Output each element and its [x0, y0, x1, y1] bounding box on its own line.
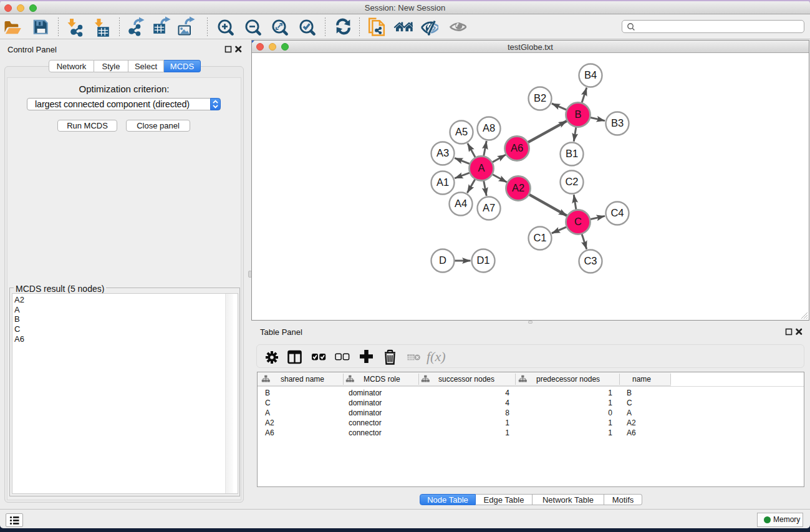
svg-text:B3: B3	[611, 117, 624, 128]
svg-text:C4: C4	[610, 207, 624, 218]
svg-text:A1: A1	[436, 177, 449, 188]
svg-text:C2: C2	[565, 176, 578, 187]
svg-text:A6: A6	[511, 142, 523, 153]
svg-text:D: D	[439, 254, 446, 266]
svg-text:A: A	[478, 162, 485, 173]
svg-text:A3: A3	[436, 147, 449, 158]
svg-text:A8: A8	[483, 122, 495, 133]
svg-text:B2: B2	[534, 92, 546, 104]
svg-text:A5: A5	[455, 126, 468, 137]
svg-text:C: C	[574, 216, 582, 227]
svg-text:A7: A7	[483, 202, 495, 213]
svg-text:C1: C1	[533, 232, 546, 243]
svg-text:C3: C3	[584, 255, 597, 266]
svg-text:B1: B1	[566, 148, 578, 159]
svg-text:B: B	[574, 109, 581, 120]
svg-text:B4: B4	[584, 69, 597, 80]
svg-text:A4: A4	[455, 198, 467, 209]
svg-text:A2: A2	[512, 182, 524, 193]
svg-text:D1: D1	[476, 254, 489, 266]
